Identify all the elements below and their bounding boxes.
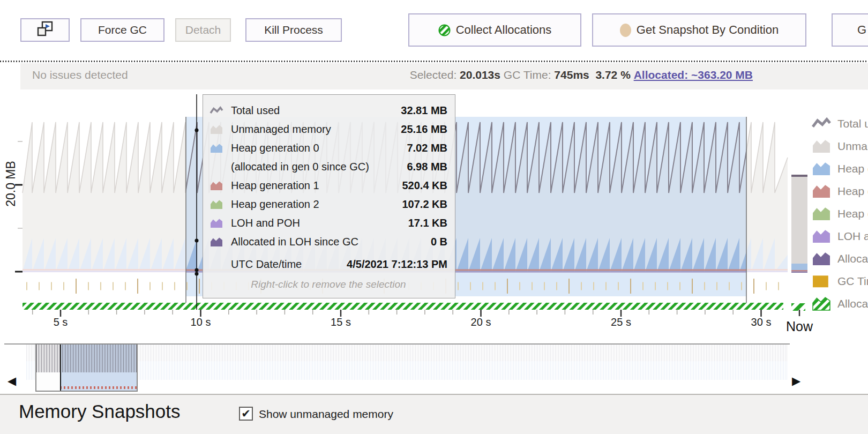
legend-label: Allocated in LOH since GC [837,252,868,265]
legend-label: Heap generation 1 [837,185,868,198]
legend-swatch-icon [812,184,831,199]
series-swatch-icon [209,218,223,229]
tooltip-row: Heap generation 1520.4 KB [209,176,447,195]
tooltip-row-value: 4/5/2021 7:12:13 PM [347,258,447,271]
series-swatch-icon [209,181,223,191]
no-icon [209,162,223,173]
legend-swatch-icon [812,229,831,244]
tooltip-row: Allocated in LOH since GC0 B [209,233,447,251]
tooltip-row-label: LOH and POH [231,217,408,229]
minimap-viewport-gen1-ticks [60,386,137,389]
tooltip-row-value: 6.98 MB [407,161,447,173]
tooltip-row-value: 0 B [431,236,447,248]
series-swatch-icon [209,124,223,135]
legend-row[interactable]: GC Time [812,270,868,293]
tooltip-row-label: Heap generation 0 [231,142,407,154]
tooltip-hint: Right-click to remove the selection [209,279,447,290]
tooltip-row-label: Heap generation 2 [231,198,402,211]
legend-row[interactable]: Heap generation 2 [812,203,868,225]
minimap-scroll-right-icon[interactable]: ▶ [792,375,800,386]
legend-row[interactable]: Allocated in LOH since GC [812,248,868,270]
series-swatch-icon [209,199,223,210]
minimap-viewport[interactable] [35,343,138,392]
legend-row[interactable]: Heap generation 0 [812,158,868,180]
tooltip-row: Heap generation 07.02 MB [209,139,447,158]
legend-row[interactable]: LOH and POH [812,225,868,248]
tooltip-row-value: 32.81 MB [401,104,447,117]
chart-tooltip: Total used32.81 MBUnmanaged memory25.16 … [203,94,455,298]
legend-row[interactable]: Unmanaged memory [812,135,868,158]
minimap-viewport-waveform [36,345,137,372]
tooltip-row-label: Heap generation 1 [231,179,402,192]
tooltip-row-value: 107.2 KB [402,198,448,211]
minimap-scroll-left-icon[interactable]: ◀ [8,375,16,386]
tooltip-row-value: 17.1 KB [408,217,447,229]
legend-row[interactable]: Heap generation 1 [812,180,868,203]
tooltip-row-label: (allocated in gen 0 since GC) [231,161,407,173]
chart-legend: Total usedUnmanaged memoryHeap generatio… [812,113,868,315]
legend-swatch-icon [812,116,831,131]
tooltip-row-label: Allocated in LOH since GC [231,236,431,248]
legend-row[interactable]: Total used [812,113,868,135]
legend-swatch-icon [812,161,831,176]
minimap-cursor-line [60,345,61,391]
legend-label: Unmanaged memory [837,140,868,153]
legend-swatch-icon [812,251,831,266]
legend-label: Heap generation 0 [837,162,868,175]
legend-label: Allocated [837,297,868,310]
series-swatch-icon [209,106,223,116]
no-icon [209,259,223,270]
tooltip-row: Total used32.81 MB [209,101,447,120]
tooltip-row-value: 520.4 KB [402,179,448,192]
legend-swatch-icon [812,139,831,154]
tooltip-row-value: 25.16 MB [401,123,447,136]
legend-label: Heap generation 2 [837,207,868,220]
tooltip-row: LOH and POH17.1 KB [209,214,447,233]
tooltip-row-label: Unmanaged memory [231,123,401,136]
legend-swatch-icon [812,206,831,221]
tooltip-row: UTC Date/time4/5/2021 7:12:13 PM [209,255,447,274]
tooltip-row: (allocated in gen 0 since GC)6.98 MB [209,158,447,176]
legend-label: GC Time [837,275,868,288]
tooltip-row-value: 7.02 MB [407,142,447,154]
tooltip-row-label: UTC Date/time [231,258,347,271]
tooltip-row: Unmanaged memory25.16 MB [209,120,447,139]
legend-label: LOH and POH [837,230,868,243]
tooltip-row: Heap generation 2107.2 KB [209,195,447,214]
tooltip-row-label: Total used [231,104,401,117]
legend-row[interactable]: Allocated [812,293,868,315]
legend-swatch-icon [812,296,831,311]
legend-label: Total used [837,117,868,130]
series-swatch-icon [209,237,223,248]
legend-swatch-icon [812,274,831,289]
chart-tooltip-rows: Total used32.81 MBUnmanaged memory25.16 … [209,101,447,274]
series-swatch-icon [209,143,223,154]
